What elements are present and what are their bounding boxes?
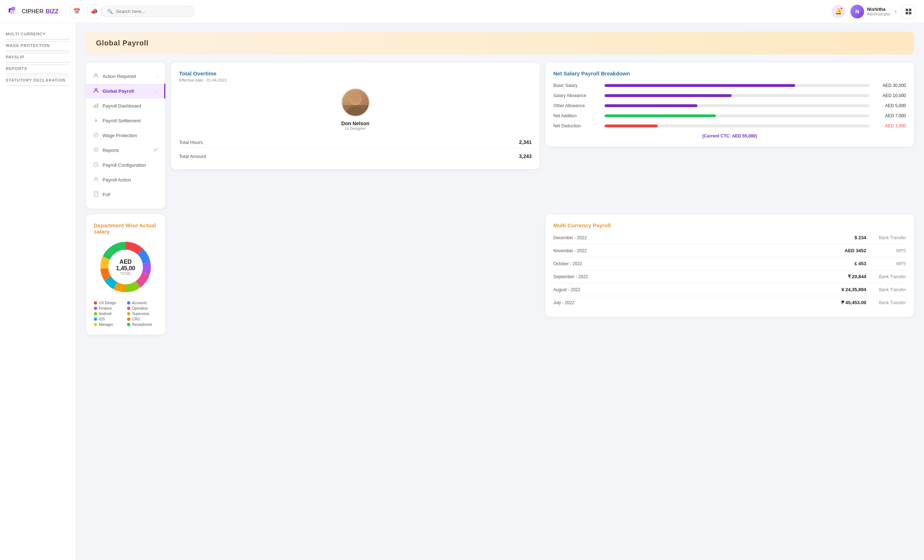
breakdown-value: AED 7,000: [873, 113, 906, 118]
action-required-icon: [93, 73, 99, 80]
currency-method: Bank Transfer: [866, 300, 906, 305]
currency-date: November - 2022: [554, 248, 830, 253]
sidebar-item-payroll-action[interactable]: Payroll Action: [86, 172, 165, 187]
overtime-card: Total Overtime Effective date - 01-04-20…: [171, 63, 540, 169]
legend-item: Supervisor: [127, 312, 158, 316]
left-sidebar: MULTI CURRENCY WAGE PROTECTION PAYSLIP R…: [0, 23, 76, 560]
sidebar-item-action-required[interactable]: Action Required›: [86, 69, 165, 84]
currency-row: December - 2022 $ 234 Bank Transfer: [554, 231, 906, 244]
payroll-configuration-icon: [93, 162, 99, 169]
global-payroll-icon: [93, 88, 99, 94]
legend-label: Accounts: [132, 301, 147, 305]
logo-icon: [9, 7, 20, 16]
legend-dot: [127, 307, 130, 310]
sidebar-item-payroll-settlement[interactable]: Payroll Settlement: [86, 113, 165, 128]
notification-dot: [840, 7, 843, 10]
page-header: Global Payroll: [86, 32, 914, 54]
person-name: Don Nelson: [342, 121, 370, 126]
legend-item: Accounts: [127, 301, 158, 305]
legend-dot: [94, 307, 97, 310]
sidebar-section-wage-protection: WAGE PROTECTION: [6, 43, 70, 53]
svg-rect-6: [909, 12, 911, 15]
broadcast-button[interactable]: 📣: [87, 5, 101, 18]
currency-date: September - 2022: [554, 274, 830, 279]
currency-date: December - 2022: [554, 235, 830, 240]
overtime-label-hours: Total Hours: [179, 140, 203, 145]
donut-segment: [103, 242, 126, 260]
sidebar-item-global-payroll[interactable]: Global Payroll›: [86, 84, 165, 99]
payroll-settlement-icon: [93, 117, 99, 124]
chevron-right-icon: ›: [157, 74, 158, 79]
overtime-row-amount: Total Amount 3,243: [179, 151, 532, 161]
sidebar-item-reports[interactable]: Reports: [86, 143, 165, 158]
breakdown-value: - AED 3,000: [873, 123, 906, 129]
chevron-down-icon: ▾: [895, 9, 897, 13]
donut-amount: AED 1,45,00: [111, 259, 140, 272]
breakdown-label: Salary Allowance: [554, 93, 600, 98]
breakdown-bar: [604, 84, 795, 87]
grid-view-button[interactable]: [902, 5, 915, 18]
notification-button[interactable]: 🔔: [832, 5, 845, 18]
sidebar-divider-2: [6, 51, 70, 51]
overtime-value-amount: 3,243: [519, 153, 532, 159]
legend-dot: [94, 301, 97, 304]
breakdown-label: Net Addition: [554, 113, 600, 118]
user-area[interactable]: N Nishitha Administrator ▾: [850, 5, 897, 18]
payroll-configuration-label: Payroll Configuration: [102, 162, 146, 168]
sidebar-section-multi-currency: MULTI CURRENCY: [6, 32, 70, 42]
overtime-value-hours: 2,341: [519, 139, 532, 145]
svg-rect-11: [97, 103, 98, 108]
sidebar-sub-divider-2: [6, 53, 70, 53]
person-silhouette: [342, 89, 369, 116]
currency-method: WPS: [866, 248, 906, 253]
legend-item: Finance: [94, 306, 124, 310]
dept-title: Department Wise Actual salary: [94, 222, 158, 235]
donut-center: AED 1,45,00 TOTAL: [111, 259, 140, 276]
legend-label: Android: [99, 312, 111, 316]
currency-row: August - 2022 ¥ 24,35,894 Bank Transfer: [554, 283, 906, 296]
svg-rect-5: [906, 12, 908, 15]
person-avatar: [341, 88, 370, 117]
search-input[interactable]: [116, 9, 189, 14]
legend-item: iOS: [94, 317, 124, 321]
main-content: Global Payroll Action Required›Global Pa…: [76, 23, 924, 560]
currency-amount: $ 234: [830, 235, 866, 240]
logo: CIPHERBIZZ: [9, 7, 58, 16]
breakdown-value: AED 10,000: [873, 93, 906, 98]
svg-rect-3: [906, 9, 908, 11]
breakdown-label: Other Allowance: [554, 103, 600, 108]
currency-date: August - 2022: [554, 287, 830, 292]
currency-method: Bank Transfer: [866, 274, 906, 279]
sidebar-item-wage-protection[interactable]: Wage Protection: [86, 128, 165, 143]
legend-label: Finance: [99, 306, 112, 310]
app-body: MULTI CURRENCY WAGE PROTECTION PAYSLIP R…: [0, 23, 924, 560]
currency-date: July - 2022: [554, 300, 830, 305]
sidebar-item-payroll-dashboard[interactable]: Payroll Dashboard: [86, 99, 165, 113]
legend-dot: [127, 323, 130, 326]
overtime-subtitle: Effective date - 01-04-2022: [179, 78, 532, 82]
payroll-action-label: Payroll Action: [102, 177, 131, 183]
sidebar-item-payroll-configuration[interactable]: Payroll Configuration: [86, 158, 165, 172]
dept-card: Department Wise Actual salary AED 1,45,0…: [86, 214, 165, 334]
legend-dot: [127, 312, 130, 315]
calendar-button[interactable]: 📅: [70, 5, 84, 18]
breakdown-label: Basic Salary: [554, 83, 600, 88]
svg-point-23: [351, 93, 361, 103]
currency-method: WPS: [866, 261, 906, 266]
legend-dot: [127, 317, 130, 321]
breakdown-bar-wrap: [604, 84, 869, 87]
person-photo: [342, 89, 369, 116]
sidebar-title-payslip: PAYSLIP: [6, 55, 70, 59]
currency-row: November - 2022 AED 3452 WPS: [554, 244, 906, 257]
breakdown-bar-wrap: [604, 124, 869, 127]
breakdown-rows: Basic Salary AED 30,000 Salary Allowance…: [554, 83, 906, 129]
currency-amount: AED 3452: [830, 248, 866, 253]
legend-item: Manager: [94, 323, 124, 326]
user-info: Nishitha Administrator: [867, 6, 890, 16]
global-payroll-label: Global Payroll: [102, 88, 134, 94]
breakdown-row: Net Addition AED 7,000: [554, 113, 906, 118]
sidebar-divider: [6, 39, 70, 40]
sidebar-item-fnf[interactable]: FnF: [86, 187, 165, 202]
sidebar-sub-divider-4: [6, 76, 70, 76]
topnav-actions: 📅 📣: [70, 5, 101, 18]
